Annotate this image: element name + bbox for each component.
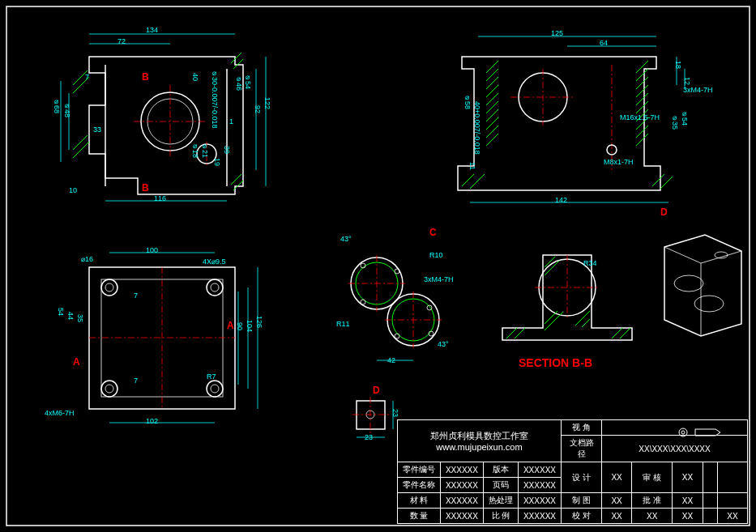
dim-54: 54 <box>57 308 65 316</box>
dim-1: 1 <box>229 117 233 126</box>
svg-line-16 <box>233 181 243 190</box>
svg-point-58 <box>101 279 117 296</box>
verify-v: XX <box>602 509 632 524</box>
title-block: 郑州贞利模具数控工作室 www.mujupeixun.com 视 角 文档路径 … <box>397 419 748 524</box>
dim-d18: ⌀18 <box>191 142 199 158</box>
svg-point-102 <box>694 296 724 312</box>
view-top-right <box>454 28 697 215</box>
svg-point-101 <box>674 275 703 292</box>
partno-l: 零件编号 <box>397 462 440 478</box>
svg-point-111 <box>681 431 685 434</box>
section-bb-title: SECTION B-B <box>519 356 592 369</box>
section-b2: B <box>142 182 149 194</box>
qty-v: XXXXXX <box>440 509 483 524</box>
appr-v: XX <box>673 493 703 509</box>
view-iso <box>648 223 754 344</box>
dim-126: 126 <box>255 316 263 328</box>
svg-point-65 <box>211 385 219 393</box>
section-b1: B <box>142 71 149 83</box>
dim-142: 142 <box>555 196 567 204</box>
dim-90: 90 <box>236 322 244 330</box>
svg-point-85 <box>395 334 399 338</box>
appr-l: 批 准 <box>632 493 673 509</box>
detail-d-label: D <box>373 385 380 396</box>
svg-point-61 <box>207 381 223 397</box>
design-l: 设 计 <box>562 462 602 493</box>
dim-3xm4c: 3xM4-7H <box>424 275 454 283</box>
dim-d48: ⌀48 <box>63 101 71 117</box>
detail-c-label: C <box>429 227 437 238</box>
svg-point-59 <box>207 279 223 296</box>
dim-19: 19 <box>213 158 221 166</box>
ht-l: 热处理 <box>483 493 518 509</box>
svg-line-13 <box>231 53 241 63</box>
dim-33: 33 <box>93 126 101 134</box>
dim-m16: M16x1.5-7H <box>620 113 660 121</box>
svg-point-110 <box>679 428 687 436</box>
dim-12: 12 <box>683 77 691 85</box>
dim-r10: R10 <box>429 251 443 259</box>
dim-23h: 23 <box>391 409 399 417</box>
dim-7a: 7 <box>85 73 89 81</box>
dim-7bl2: 7 <box>134 377 138 385</box>
path-val: XX\XXX\XXX\XXXX <box>602 436 748 462</box>
mat-l: 材 料 <box>397 493 440 509</box>
design-v: XX <box>602 462 632 493</box>
svg-point-62 <box>105 283 113 292</box>
path-label: 文档路径 <box>562 436 602 462</box>
url[interactable]: www.mujupeixun.com <box>436 442 522 452</box>
svg-point-82 <box>395 269 399 274</box>
svg-line-49 <box>652 174 664 186</box>
dim-40tol: 40+0.007/-0.018 <box>473 101 481 155</box>
dim-d30tol: ⌀30-0.007/-0.018 <box>211 69 219 129</box>
ver-v: XXXXXX <box>518 462 561 478</box>
svg-line-97 <box>506 328 517 338</box>
dim-d58: ⌀58 <box>463 93 472 109</box>
svg-line-12 <box>73 142 89 158</box>
dim-42: 42 <box>387 356 395 364</box>
mat-v: XXXXXX <box>440 493 483 509</box>
dim-72: 72 <box>117 37 126 45</box>
page-l: 页码 <box>483 478 518 493</box>
partname-l: 零件名称 <box>397 478 440 493</box>
dim-7bl: 7 <box>134 292 138 300</box>
detail-c <box>324 227 470 372</box>
dim-43a: 43° <box>340 235 352 243</box>
ver-l: 版本 <box>483 462 518 478</box>
company: 郑州贞利模具数控工作室 <box>403 430 556 442</box>
section-d: D <box>660 206 668 218</box>
partname-v: XXXXXX <box>440 478 483 493</box>
dim-125: 125 <box>551 29 563 37</box>
svg-line-96 <box>582 319 590 327</box>
dim-cb: 4X⌀9.5 <box>203 257 226 266</box>
svg-line-50 <box>660 177 673 189</box>
dim-d68: ⌀68 <box>53 97 61 113</box>
partno-v: XXXXXX <box>440 462 483 478</box>
dim-d54: ⌀54 <box>244 73 252 89</box>
section-a1: A <box>227 320 234 331</box>
ht-v: XXXXXX <box>518 493 561 509</box>
svg-point-63 <box>211 283 219 292</box>
dim-39: 39 <box>223 146 231 154</box>
dim-r11: R11 <box>336 320 350 328</box>
scale-l: 比 例 <box>483 509 518 524</box>
dim-40: 40 <box>191 73 199 81</box>
dim-104: 104 <box>246 320 254 332</box>
dim-102: 102 <box>146 417 158 425</box>
dim-r7: R7 <box>207 372 216 381</box>
svg-point-64 <box>105 385 113 393</box>
svg-line-95 <box>575 311 590 326</box>
svg-line-93 <box>545 311 557 324</box>
page-v: XXXXXX <box>518 478 561 493</box>
dim-64: 64 <box>600 39 608 47</box>
svg-line-99 <box>612 328 622 338</box>
dim-d21: ⌀21 <box>201 142 209 158</box>
projection-symbol <box>675 428 724 437</box>
draw-v: XX <box>602 493 632 509</box>
dim-d16: ⌀16 <box>81 255 93 263</box>
svg-line-11 <box>73 135 88 150</box>
dim-100: 100 <box>146 246 158 254</box>
dim-18: 18 <box>674 61 682 69</box>
qty-l: 数 量 <box>397 509 440 524</box>
dim-4xm6: 4xM6-7H <box>45 409 75 417</box>
